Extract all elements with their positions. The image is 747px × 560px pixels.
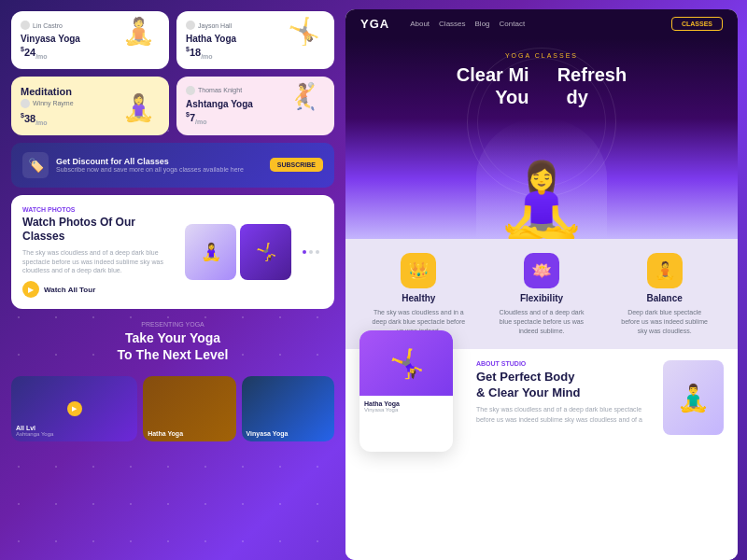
yga-bottom-section: 🤸‍♀️ Hatha Yoga Vinyasa Yoga ABOUT STUDI… <box>345 349 738 560</box>
watch-img-2: 🤸‍♀️ <box>240 224 291 280</box>
carousel-dots <box>299 246 323 258</box>
about-image: 🧘‍♂️ <box>663 360 724 435</box>
instructor-name: Winny Rayme <box>33 100 74 106</box>
instructor-name: Lin Castro <box>33 22 63 29</box>
discount-text: Get Discount for All Classes Subscribe n… <box>56 157 244 173</box>
play-icon[interactable]: ▶ <box>67 401 82 416</box>
discount-button[interactable]: SUBSCRIBE <box>270 158 323 172</box>
watch-img-1: 🧘‍♀️ <box>185 224 236 280</box>
video-thumb-hatha[interactable]: Hatha Yoga <box>143 376 235 441</box>
dot-active <box>303 250 306 254</box>
dot <box>309 250 313 254</box>
card-illustration: 🤾 <box>288 84 330 121</box>
left-panel: Lin Castro Vinyasa Yoga $24/mo 🧘 Jayson … <box>0 0 345 560</box>
phone-image: 🤸‍♀️ <box>359 330 453 396</box>
nav-links: About Classes Blog Contact <box>410 20 525 28</box>
about-label: ABOUT STUDIO <box>476 360 654 367</box>
avatar <box>186 21 195 30</box>
phone-subtitle: Vinyasa Yoga <box>364 407 448 413</box>
watch-desc: The sky was cloudless and of a deep dark… <box>22 248 177 275</box>
watch-text-area: WATCH PHOTOS Watch Photos Of Our Classes… <box>22 206 177 299</box>
watch-title: Watch Photos Of Our Classes <box>22 216 177 245</box>
flexibility-icon: 🪷 <box>524 253 559 288</box>
video-grid: ▶ All Lvl Ashtanga Yoga Hatha Yoga Vinya… <box>11 376 334 441</box>
feature-name: Flexibility <box>520 293 563 303</box>
watch-label: WATCH PHOTOS <box>22 206 177 213</box>
phone-mockup: 🤸‍♀️ Hatha Yoga Vinyasa Yoga <box>359 330 453 452</box>
watch-btn-label: Watch All Tour <box>44 286 95 294</box>
video-info: Hatha Yoga <box>148 430 183 437</box>
avatar <box>21 99 30 108</box>
video-sublabel: Ashtanga Yoga <box>16 431 53 437</box>
bottom-cards-row: Meditation Winny Rayme $38/mo 🧘‍♀️ Thoma… <box>11 77 334 135</box>
hatha-card[interactable]: Jayson Hall Hatha Yoga $18/mo 🤸 <box>176 11 334 69</box>
instructor-name: Thomas Knight <box>198 87 242 93</box>
video-info: All Lvl Ashtanga Yoga <box>16 425 53 437</box>
card-illustration: 🧘‍♀️ <box>122 95 164 133</box>
discount-title: Get Discount for All Classes <box>56 157 244 166</box>
video-info: Vinyasa Yoga <box>247 430 289 437</box>
avatar <box>21 21 30 30</box>
video-label: All Lvl <box>16 425 53 431</box>
nav-cta-button[interactable]: CLASSES <box>671 17 723 31</box>
feature-desc: Deep dark blue spectacle before us was i… <box>618 308 712 335</box>
video-thumb-vinyasa[interactable]: Vinyasa Yoga <box>242 376 334 441</box>
nav-contact[interactable]: Contact <box>500 20 526 28</box>
instructor-name: Jayson Hall <box>198 22 232 29</box>
watch-btn[interactable]: ▶ Watch All Tour <box>22 281 177 298</box>
hero-yoga-person: 🧘‍♀️ <box>495 164 588 239</box>
video-label: Vinyasa Yoga <box>247 430 289 437</box>
feature-balance: 🧘 Balance Deep dark blue spectacle befor… <box>618 253 712 335</box>
feature-name: Healthy <box>402 293 435 303</box>
watch-images: 🧘‍♀️ 🤸‍♀️ <box>185 224 291 280</box>
play-icon[interactable]: ▶ <box>22 281 39 298</box>
next-level-label: PRESENTING YOGA <box>11 321 334 328</box>
dot <box>316 250 319 254</box>
phone-content: Hatha Yoga Vinyasa Yoga <box>359 396 453 417</box>
feature-healthy: 👑 Healthy The sky was cloudless and in a… <box>372 253 465 335</box>
about-section: ABOUT STUDIO Get Perfect Body& Clear You… <box>462 349 738 560</box>
ashtanga-card[interactable]: Thomas Knight Ashtanga Yoga $7/mo 🤾 <box>176 77 334 135</box>
next-level-section: PRESENTING YOGA Take Your YogaTo The Nex… <box>11 316 334 368</box>
feature-desc: Cloudless and of a deep dark blue specta… <box>495 308 588 335</box>
vinyasa-card[interactable]: Lin Castro Vinyasa Yoga $24/mo 🧘 <box>11 11 169 69</box>
discount-subtitle: Subscribe now and save more on all yoga … <box>56 166 244 173</box>
phone-title: Hatha Yoga <box>364 400 448 407</box>
video-thumb-ashtanga[interactable]: ▶ All Lvl Ashtanga Yoga <box>11 376 137 441</box>
hero-person-image: 🧘‍♀️ <box>476 118 607 239</box>
healthy-icon: 👑 <box>401 253 436 288</box>
feature-name: Balance <box>646 293 682 303</box>
avatar <box>186 86 195 95</box>
balance-icon: 🧘 <box>647 253 683 288</box>
feature-flexibility: 🪷 Flexibility Cloudless and of a deep da… <box>495 253 588 335</box>
nav-about[interactable]: About <box>410 20 430 28</box>
card-illustration: 🤸 <box>288 19 330 56</box>
top-cards-row: Lin Castro Vinyasa Yoga $24/mo 🧘 Jayson … <box>11 11 334 69</box>
video-label: Hatha Yoga <box>148 430 183 437</box>
discount-banner: 🏷️ Get Discount for All Classes Subscrib… <box>11 143 334 188</box>
yga-logo: YGA <box>360 17 389 31</box>
yga-hero: YOGA CLASSES Clear Mind RefreshYour Body… <box>345 38 738 239</box>
discount-icon: 🏷️ <box>22 152 49 178</box>
about-text: ABOUT STUDIO Get Perfect Body& Clear You… <box>476 360 654 549</box>
nav-blog[interactable]: Blog <box>475 20 490 28</box>
about-title: Get Perfect Body& Clear Your Mind <box>476 370 654 401</box>
right-panel: YGA About Classes Blog Contact CLASSES Y… <box>345 0 747 560</box>
yga-website-mockup: YGA About Classes Blog Contact CLASSES Y… <box>345 9 738 560</box>
watch-photos-section: WATCH PHOTOS Watch Photos Of Our Classes… <box>11 195 334 310</box>
yga-navbar: YGA About Classes Blog Contact CLASSES <box>345 9 738 38</box>
card-illustration: 🧘 <box>122 19 164 56</box>
nav-classes[interactable]: Classes <box>439 20 465 28</box>
about-desc: The sky was cloudless and of a deep dark… <box>476 405 654 425</box>
next-level-title: Take Your YogaTo The Next Level <box>11 329 334 363</box>
meditation-card[interactable]: Meditation Winny Rayme $38/mo 🧘‍♀️ <box>11 77 169 135</box>
